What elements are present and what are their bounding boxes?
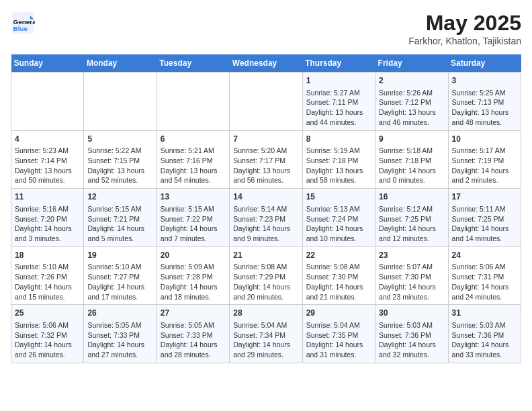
calendar-week-row: 18Sunrise: 5:10 AM Sunset: 7:26 PM Dayli… — [11, 246, 521, 305]
day-number: 6 — [161, 134, 226, 145]
calendar-week-row: 25Sunrise: 5:06 AM Sunset: 7:32 PM Dayli… — [11, 305, 521, 363]
calendar-cell: 6Sunrise: 5:21 AM Sunset: 7:16 PM Daylig… — [157, 130, 229, 189]
day-number: 19 — [87, 250, 152, 261]
day-info: Sunrise: 5:05 AM Sunset: 7:33 PM Dayligh… — [161, 320, 226, 360]
calendar-cell: 3Sunrise: 5:25 AM Sunset: 7:13 PM Daylig… — [448, 73, 521, 131]
day-info: Sunrise: 5:07 AM Sunset: 7:30 PM Dayligh… — [379, 262, 444, 302]
column-header-wednesday: Wednesday — [230, 54, 302, 73]
day-info: Sunrise: 5:25 AM Sunset: 7:13 PM Dayligh… — [452, 88, 517, 128]
calendar-cell: 27Sunrise: 5:05 AM Sunset: 7:33 PM Dayli… — [157, 305, 229, 363]
day-number: 21 — [233, 250, 298, 261]
column-header-saturday: Saturday — [448, 54, 521, 73]
day-number: 31 — [452, 308, 517, 319]
day-number: 4 — [15, 134, 80, 145]
calendar-cell: 2Sunrise: 5:26 AM Sunset: 7:12 PM Daylig… — [375, 73, 448, 131]
calendar-cell: 19Sunrise: 5:10 AM Sunset: 7:27 PM Dayli… — [84, 246, 157, 305]
calendar-cell: 4Sunrise: 5:23 AM Sunset: 7:14 PM Daylig… — [11, 130, 84, 189]
column-header-friday: Friday — [375, 54, 448, 73]
day-number: 20 — [161, 250, 226, 261]
day-info: Sunrise: 5:11 AM Sunset: 7:25 PM Dayligh… — [452, 204, 517, 244]
day-number: 30 — [379, 308, 444, 319]
day-info: Sunrise: 5:05 AM Sunset: 7:33 PM Dayligh… — [87, 320, 152, 360]
column-header-thursday: Thursday — [302, 54, 375, 73]
day-number: 13 — [161, 191, 226, 203]
day-number: 10 — [452, 134, 517, 145]
day-number: 25 — [15, 308, 80, 319]
calendar-cell: 18Sunrise: 5:10 AM Sunset: 7:26 PM Dayli… — [11, 246, 84, 305]
day-info: Sunrise: 5:08 AM Sunset: 7:30 PM Dayligh… — [306, 262, 371, 302]
day-number: 18 — [15, 250, 80, 261]
calendar-cell: 9Sunrise: 5:18 AM Sunset: 7:18 PM Daylig… — [375, 130, 448, 189]
day-info: Sunrise: 5:04 AM Sunset: 7:35 PM Dayligh… — [306, 320, 371, 360]
day-number: 22 — [306, 250, 371, 261]
day-number: 11 — [15, 191, 80, 203]
day-info: Sunrise: 5:21 AM Sunset: 7:16 PM Dayligh… — [161, 146, 226, 185]
day-number: 15 — [306, 191, 371, 203]
day-info: Sunrise: 5:06 AM Sunset: 7:32 PM Dayligh… — [15, 320, 80, 360]
day-info: Sunrise: 5:12 AM Sunset: 7:25 PM Dayligh… — [379, 204, 444, 244]
calendar-cell: 1Sunrise: 5:27 AM Sunset: 7:11 PM Daylig… — [302, 73, 375, 131]
day-number: 7 — [233, 134, 298, 145]
day-info: Sunrise: 5:14 AM Sunset: 7:23 PM Dayligh… — [233, 204, 298, 244]
calendar-cell: 26Sunrise: 5:05 AM Sunset: 7:33 PM Dayli… — [84, 305, 157, 363]
day-number: 23 — [379, 250, 444, 261]
day-info: Sunrise: 5:23 AM Sunset: 7:14 PM Dayligh… — [15, 146, 80, 185]
calendar-header-row: SundayMondayTuesdayWednesdayThursdayFrid… — [11, 54, 521, 73]
calendar-cell: 30Sunrise: 5:03 AM Sunset: 7:36 PM Dayli… — [375, 305, 448, 363]
day-info: Sunrise: 5:03 AM Sunset: 7:36 PM Dayligh… — [379, 320, 444, 360]
calendar-table: SundayMondayTuesdayWednesdayThursdayFrid… — [11, 54, 521, 363]
calendar-cell: 8Sunrise: 5:19 AM Sunset: 7:18 PM Daylig… — [302, 130, 375, 189]
calendar-cell: 12Sunrise: 5:15 AM Sunset: 7:21 PM Dayli… — [84, 189, 157, 247]
location: Farkhor, Khatlon, Tajikistan — [408, 36, 521, 46]
calendar-cell: 17Sunrise: 5:11 AM Sunset: 7:25 PM Dayli… — [448, 189, 521, 247]
calendar-cell: 10Sunrise: 5:17 AM Sunset: 7:19 PM Dayli… — [448, 130, 521, 189]
calendar-cell: 31Sunrise: 5:03 AM Sunset: 7:36 PM Dayli… — [448, 305, 521, 363]
day-number: 3 — [452, 75, 517, 87]
calendar-cell: 25Sunrise: 5:06 AM Sunset: 7:32 PM Dayli… — [11, 305, 84, 363]
day-number: 26 — [87, 308, 152, 319]
day-number: 1 — [306, 75, 371, 87]
day-number: 29 — [306, 308, 371, 319]
day-number: 2 — [379, 75, 444, 87]
day-info: Sunrise: 5:27 AM Sunset: 7:11 PM Dayligh… — [306, 88, 371, 128]
day-info: Sunrise: 5:09 AM Sunset: 7:28 PM Dayligh… — [161, 262, 226, 302]
calendar-cell: 14Sunrise: 5:14 AM Sunset: 7:23 PM Dayli… — [230, 189, 302, 247]
calendar-cell: 15Sunrise: 5:13 AM Sunset: 7:24 PM Dayli… — [302, 189, 375, 247]
day-number: 17 — [452, 191, 517, 203]
day-info: Sunrise: 5:18 AM Sunset: 7:18 PM Dayligh… — [379, 146, 444, 185]
calendar-cell: 21Sunrise: 5:08 AM Sunset: 7:29 PM Dayli… — [230, 246, 302, 305]
day-info: Sunrise: 5:13 AM Sunset: 7:24 PM Dayligh… — [306, 204, 371, 244]
logo: General Blue — [11, 11, 35, 35]
day-number: 28 — [233, 308, 298, 319]
column-header-sunday: Sunday — [11, 54, 84, 73]
calendar-cell: 24Sunrise: 5:06 AM Sunset: 7:31 PM Dayli… — [448, 246, 521, 305]
day-info: Sunrise: 5:03 AM Sunset: 7:36 PM Dayligh… — [452, 320, 517, 360]
calendar-cell — [230, 73, 302, 131]
calendar-week-row: 1Sunrise: 5:27 AM Sunset: 7:11 PM Daylig… — [11, 73, 521, 131]
calendar-week-row: 11Sunrise: 5:16 AM Sunset: 7:20 PM Dayli… — [11, 189, 521, 247]
day-number: 12 — [87, 191, 152, 203]
day-info: Sunrise: 5:06 AM Sunset: 7:31 PM Dayligh… — [452, 262, 517, 302]
day-info: Sunrise: 5:10 AM Sunset: 7:26 PM Dayligh… — [15, 262, 80, 302]
title-block: May 2025 Farkhor, Khatlon, Tajikistan — [408, 11, 521, 46]
day-info: Sunrise: 5:04 AM Sunset: 7:34 PM Dayligh… — [233, 320, 298, 360]
day-number: 16 — [379, 191, 444, 203]
day-info: Sunrise: 5:15 AM Sunset: 7:21 PM Dayligh… — [87, 204, 152, 244]
day-info: Sunrise: 5:16 AM Sunset: 7:20 PM Dayligh… — [15, 204, 80, 244]
day-info: Sunrise: 5:22 AM Sunset: 7:15 PM Dayligh… — [87, 146, 152, 185]
calendar-cell: 7Sunrise: 5:20 AM Sunset: 7:17 PM Daylig… — [230, 130, 302, 189]
column-header-tuesday: Tuesday — [157, 54, 229, 73]
day-info: Sunrise: 5:08 AM Sunset: 7:29 PM Dayligh… — [233, 262, 298, 302]
day-info: Sunrise: 5:15 AM Sunset: 7:22 PM Dayligh… — [161, 204, 226, 244]
day-info: Sunrise: 5:20 AM Sunset: 7:17 PM Dayligh… — [233, 146, 298, 185]
calendar-cell: 5Sunrise: 5:22 AM Sunset: 7:15 PM Daylig… — [84, 130, 157, 189]
day-number: 5 — [87, 134, 152, 145]
day-info: Sunrise: 5:10 AM Sunset: 7:27 PM Dayligh… — [87, 262, 152, 302]
calendar-cell: 22Sunrise: 5:08 AM Sunset: 7:30 PM Dayli… — [302, 246, 375, 305]
calendar-cell: 20Sunrise: 5:09 AM Sunset: 7:28 PM Dayli… — [157, 246, 229, 305]
calendar-cell: 13Sunrise: 5:15 AM Sunset: 7:22 PM Dayli… — [157, 189, 229, 247]
page-header: General Blue May 2025 Farkhor, Khatlon, … — [11, 11, 521, 46]
month-year: May 2025 — [408, 11, 521, 36]
day-info: Sunrise: 5:26 AM Sunset: 7:12 PM Dayligh… — [379, 88, 444, 128]
day-number: 8 — [306, 134, 371, 145]
